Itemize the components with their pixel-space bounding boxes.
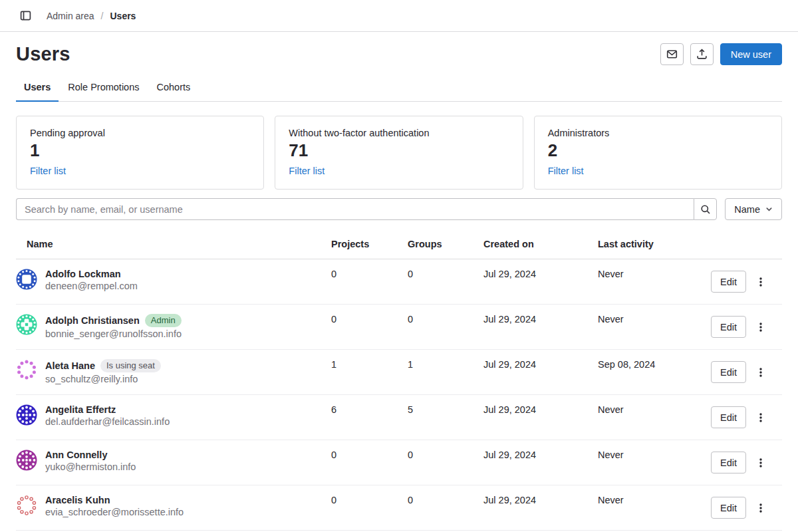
table-header-row: NameProjectsGroupsCreated onLast activit…: [16, 229, 782, 259]
last-activity-cell: Never: [587, 305, 704, 349]
groups-cell: 0: [397, 305, 473, 349]
sidebar-toggle-button[interactable]: [16, 7, 35, 25]
badge-is-using-seat: Is using seat: [100, 359, 161, 372]
search-button[interactable]: [694, 198, 717, 220]
column-header-projects: Projects: [321, 229, 397, 259]
tab-users[interactable]: Users: [16, 74, 59, 101]
more-actions-button[interactable]: [753, 406, 769, 428]
projects-cell: 0: [321, 440, 397, 485]
more-actions-button[interactable]: [753, 497, 769, 519]
name-cell: Ann Connellyyuko@hermiston.info: [16, 440, 321, 485]
name-cell: Aracelis Kuhnevia_schroeder@morissette.i…: [16, 485, 321, 530]
edit-button[interactable]: Edit: [711, 271, 746, 293]
table-row: Adolfo Lockmandeneen@rempel.com00Jul 29,…: [16, 259, 782, 305]
search-input[interactable]: [16, 198, 694, 220]
name-cell: Adolfo Lockmandeneen@rempel.com: [16, 259, 321, 304]
table-row: Ann Connellyyuko@hermiston.info00Jul 29,…: [16, 440, 782, 485]
row-actions: Edit: [704, 440, 782, 485]
groups-cell: 0: [397, 259, 473, 304]
breadcrumb-users: Users: [110, 11, 136, 21]
breadcrumb: Admin area / Users: [47, 11, 136, 21]
user-email: deneen@rempel.com: [45, 281, 138, 291]
filter-list-link[interactable]: Filter list: [548, 166, 584, 176]
table-row: Aracelis Kuhnevia_schroeder@morissette.i…: [16, 485, 782, 531]
column-header-last-activity: Last activity: [587, 229, 704, 259]
tab-role-promotions[interactable]: Role Promotions: [60, 74, 147, 101]
new-user-button[interactable]: New user: [720, 43, 782, 65]
page-title: Users: [16, 43, 70, 65]
user-name-link[interactable]: Angelita Effertz: [45, 404, 116, 415]
edit-button[interactable]: Edit: [711, 406, 746, 428]
row-actions: Edit: [704, 259, 782, 304]
row-actions: Edit: [704, 305, 782, 349]
stat-label: Pending approval: [30, 128, 250, 138]
more-actions-button[interactable]: [753, 361, 769, 383]
edit-button[interactable]: Edit: [711, 497, 746, 519]
more-actions-button[interactable]: [753, 452, 769, 473]
table-row: Adolph ChristiansenAdminbonnie_senger@ru…: [16, 305, 782, 350]
badge-admin: Admin: [145, 314, 182, 327]
user-email: evia_schroeder@morissette.info: [45, 507, 184, 517]
groups-cell: 0: [397, 440, 473, 485]
user-email: yuko@hermiston.info: [45, 462, 136, 472]
user-name-link[interactable]: Adolph Christiansen: [45, 315, 140, 326]
filter-list-link[interactable]: Filter list: [30, 166, 66, 176]
breadcrumb-admin-area[interactable]: Admin area: [47, 11, 94, 21]
avatar: [16, 404, 37, 426]
user-name-link[interactable]: Adolfo Lockman: [45, 269, 121, 279]
avatar: [16, 450, 37, 471]
more-actions-button[interactable]: [753, 316, 769, 338]
row-actions: Edit: [704, 350, 782, 394]
stat-card-pending-approval: Pending approval1Filter list: [16, 116, 264, 190]
name-cell: Angelita Effertzdel.aufderhar@feilcassin…: [16, 395, 321, 440]
user-name-link[interactable]: Ann Connelly: [45, 450, 107, 460]
email-users-button[interactable]: [660, 43, 684, 65]
table-row: Angelita Effertzdel.aufderhar@feilcassin…: [16, 395, 782, 440]
groups-cell: 0: [397, 485, 473, 530]
last-activity-cell: Never: [587, 259, 704, 304]
kebab-icon: [755, 322, 766, 332]
created-on-cell: Jul 29, 2024: [473, 440, 587, 485]
kebab-icon: [755, 458, 766, 468]
stat-card-administrators: Administrators2Filter list: [534, 116, 782, 190]
projects-cell: 0: [321, 305, 397, 349]
avatar: [16, 359, 37, 380]
groups-cell: 1: [397, 350, 473, 394]
created-on-cell: Jul 29, 2024: [473, 259, 587, 304]
sidebar-panel-icon: [20, 10, 31, 21]
header-actions: New user: [660, 43, 782, 65]
row-actions: Edit: [704, 395, 782, 440]
created-on-cell: Jul 29, 2024: [473, 485, 587, 530]
tab-cohorts[interactable]: Cohorts: [149, 74, 199, 101]
user-email: del.aufderhar@feilcassin.info: [45, 416, 170, 427]
avatar: [16, 495, 37, 516]
name-cell: Aleta HaneIs using seatso_schultz@reilly…: [16, 350, 321, 394]
projects-cell: 6: [321, 395, 397, 440]
user-name-link[interactable]: Aracelis Kuhn: [45, 495, 110, 505]
edit-button[interactable]: Edit: [711, 316, 746, 338]
stat-card-without-two-factor-authentication: Without two-factor authentication71Filte…: [275, 116, 523, 190]
created-on-cell: Jul 29, 2024: [473, 395, 587, 440]
avatar: [16, 269, 37, 290]
projects-cell: 1: [321, 350, 397, 394]
user-name-link[interactable]: Aleta Hane: [45, 360, 95, 371]
table-row: Aleta HaneIs using seatso_schultz@reilly…: [16, 350, 782, 395]
kebab-icon: [755, 277, 766, 287]
projects-cell: 0: [321, 259, 397, 304]
edit-button[interactable]: Edit: [711, 361, 746, 383]
user-email: bonnie_senger@runolfsson.info: [45, 329, 182, 339]
created-on-cell: Jul 29, 2024: [473, 350, 587, 394]
filter-list-link[interactable]: Filter list: [289, 166, 325, 176]
kebab-icon: [755, 367, 766, 378]
mail-icon: [666, 49, 678, 60]
export-button[interactable]: [690, 43, 714, 65]
table-body: Adolfo Lockmandeneen@rempel.com00Jul 29,…: [16, 259, 782, 531]
last-activity-cell: Never: [587, 395, 704, 440]
more-actions-button[interactable]: [753, 271, 769, 293]
sort-dropdown-button[interactable]: Name: [725, 198, 782, 220]
stat-label: Without two-factor authentication: [289, 128, 509, 138]
stat-cards: Pending approval1Filter listWithout two-…: [16, 116, 782, 190]
kebab-icon: [755, 503, 766, 513]
stat-value: 71: [289, 140, 509, 161]
edit-button[interactable]: Edit: [711, 452, 746, 473]
